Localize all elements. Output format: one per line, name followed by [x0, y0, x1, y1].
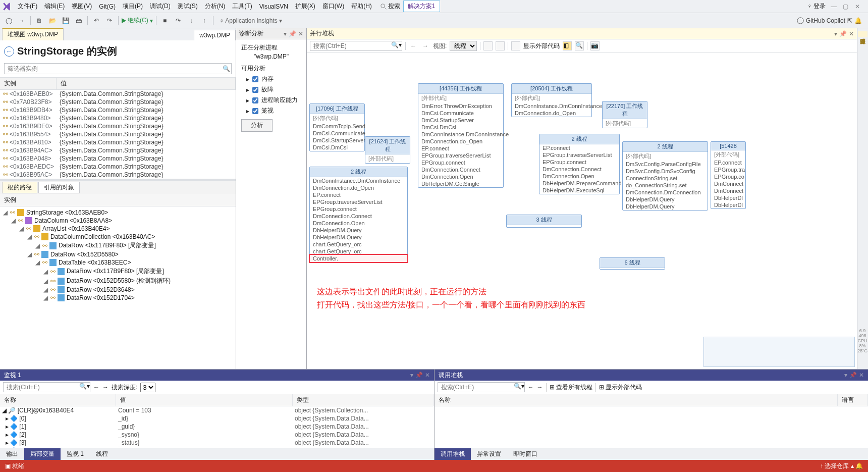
ps-minimap[interactable] — [703, 337, 855, 367]
stop-icon[interactable]: ■ — [159, 15, 171, 26]
ps-zoom-icon[interactable]: 🔍 — [575, 41, 584, 50]
watch-list[interactable]: ◢ 🔎 [CLR]@0x163B40E4Count = 103object {S… — [0, 406, 434, 448]
status-bell-icon[interactable]: 🔔 — [855, 462, 863, 469]
stack-frame[interactable]: DmSvcConfig.ParseConfigFile — [623, 161, 708, 168]
stack-frame[interactable]: DmConnection.Open — [310, 220, 407, 227]
stack-frame[interactable]: DmCsi.DmCsi — [310, 144, 364, 151]
pin-icon[interactable]: 📌 — [289, 30, 296, 37]
watch-col-type[interactable]: 类型 — [293, 394, 434, 406]
heap-tab[interactable]: 堆视图 w3wp.DMP — [2, 28, 64, 40]
ps-layout-icon[interactable] — [511, 41, 520, 50]
search-icon[interactable]: 🔍▾ — [514, 383, 524, 392]
stack-frame[interactable]: DmCsi.Communicate — [418, 110, 503, 117]
pin-icon[interactable]: 📌 — [839, 30, 847, 37]
ps-nav-back-icon[interactable]: ← — [409, 42, 418, 49]
stack-frame[interactable]: [外部代码] — [623, 152, 708, 161]
heap-back-button[interactable]: ← — [4, 46, 14, 57]
stack-frame[interactable]: DbHelperDM.ExecuteSql — [539, 187, 619, 194]
cs-ext-code-toggle[interactable]: ⊞ 显示外部代码 — [595, 383, 642, 392]
watch-nav-fwd-icon[interactable]: → — [102, 384, 108, 391]
stack-frame[interactable]: chart.GetQuery_orc — [310, 241, 407, 248]
watch-row[interactable]: ▸ 🔷 [2]_sysno}object {System.Data.Data..… — [0, 431, 434, 439]
menu-debug[interactable]: 调试(D) — [146, 1, 174, 12]
stack-box[interactable]: 2 线程[外部代码]DmSvcConfig.ParseConfigFileDmS… — [622, 141, 708, 211]
stack-frame[interactable]: DmConnect — [711, 187, 745, 194]
ps-view-select[interactable]: 线程 — [450, 41, 477, 51]
github-copilot-button[interactable]: GitHub Copilot ⇱ 🔔 — [797, 17, 865, 24]
stack-frame[interactable]: DmConnection.do_Open — [418, 138, 503, 145]
watch-col-value[interactable]: 值 — [116, 394, 293, 406]
stack-frame[interactable] — [507, 226, 581, 227]
object-tree[interactable]: ◢⚯StringStorage <0x163BAEB0>◢⚯DataColumn… — [0, 206, 236, 304]
menu-help[interactable]: 帮助(H) — [348, 1, 375, 12]
tree-row[interactable]: ◢⚯ArrayList <0x163B40E4> — [3, 225, 233, 233]
ps-toggle2-icon[interactable] — [496, 41, 505, 50]
tab-threads[interactable]: 线程 — [90, 448, 114, 460]
stack-frame[interactable]: EP.connect — [310, 191, 407, 198]
close-icon[interactable]: ✕ — [425, 372, 430, 379]
stack-frame[interactable]: DmConnInstance.DmConnInstance — [310, 177, 407, 184]
ps-highlight-icon[interactable]: ◧ — [563, 41, 572, 50]
stack-frame[interactable] — [600, 268, 665, 269]
col-instance[interactable]: 实例 — [0, 78, 57, 89]
menu-view[interactable]: 视图(V) — [68, 1, 95, 12]
maximize-icon[interactable]: ▢ — [843, 3, 850, 10]
watch-col-name[interactable]: 名称 — [0, 394, 116, 406]
stack-frame[interactable]: DbHelperDM.GetSingle — [418, 180, 503, 187]
cs-col-name[interactable]: 名称 — [435, 394, 838, 406]
stack-frame[interactable]: DmConnection.Connect — [310, 213, 407, 220]
menu-git[interactable]: Git(G) — [95, 2, 119, 11]
diag-checkbox[interactable] — [252, 97, 258, 103]
stack-frame[interactable]: DmConnection.do_Open — [310, 184, 407, 191]
stack-frame[interactable]: EP.connect — [711, 159, 745, 166]
instance-row[interactable]: ⚯<0x163BA810>{System.Data.Common.StringS… — [0, 138, 236, 146]
continue-button[interactable]: 继续(C) ▾ — [122, 16, 153, 25]
watch-row[interactable]: ◢ 🔎 [CLR]@0x163B40E4Count = 103object {S… — [0, 406, 434, 414]
stack-frame[interactable]: EPGroup.co — [711, 173, 745, 180]
instance-row[interactable]: ⚯<0x163B94AC>{System.Data.Common.StringS… — [0, 146, 236, 154]
step-over-icon[interactable]: ↷ — [173, 15, 184, 26]
stack-frame[interactable]: DbHelperDM.Query — [310, 227, 407, 234]
tab-locals[interactable]: 局部变量 — [24, 448, 61, 460]
tab-output[interactable]: 输出 — [0, 448, 24, 460]
dropdown-icon[interactable]: ▾ — [834, 30, 837, 37]
instance-row[interactable]: ⚯<0x163BAEDC>{System.Data.Common.StringS… — [0, 163, 236, 171]
cs-nav-back-icon[interactable]: ← — [528, 384, 534, 391]
tab-callstack[interactable]: 调用堆栈 — [435, 448, 471, 460]
save-all-icon[interactable]: 🗃 — [73, 15, 84, 26]
stack-frame[interactable]: DmConnection.do_Open — [512, 110, 591, 117]
stack-frame[interactable]: DmConnection.Open — [539, 173, 619, 180]
server-explorer-tab[interactable]: 服务器资源管理 — [858, 31, 867, 37]
stack-frame[interactable]: [外部代码] — [310, 114, 364, 123]
stack-frame[interactable]: do_ConnectionString.set — [623, 182, 708, 189]
share-icon[interactable]: ⇱ — [847, 17, 852, 24]
watch-search-input[interactable] — [4, 383, 79, 392]
stack-frame[interactable]: EP.connect — [539, 144, 619, 151]
diag-checkbox[interactable] — [252, 87, 258, 93]
pin-icon[interactable]: 📌 — [849, 372, 857, 379]
stack-frame[interactable]: [外部代码] — [418, 94, 503, 102]
watch-row[interactable]: ▸ 🔷 [3]_status}object {System.Data.Data.… — [0, 439, 434, 447]
stack-frame[interactable]: DmCommTcpip.Send — [310, 123, 364, 130]
stack-box[interactable]: [20504] 工作线程[外部代码]DmConnInstance.DmConnI… — [511, 83, 592, 117]
instance-row[interactable]: ⚯<0x163B9DE0>{System.Data.Common.StringS… — [0, 122, 236, 130]
search-icon[interactable]: 🔍▾ — [79, 383, 90, 392]
instance-row[interactable]: ⚯<0x163B95AC>{System.Data.Common.StringS… — [0, 171, 236, 179]
app-insights-dropdown[interactable]: ♀ Application Insights ▾ — [216, 17, 285, 24]
cs-col-lang[interactable]: 语言 — [838, 394, 868, 406]
heap-filter[interactable]: 🔍 — [4, 63, 232, 74]
stack-frame[interactable]: DmCsi.StartupServer — [310, 137, 364, 144]
tree-row[interactable]: ◢⚯DataRow <0x152D5580> — [3, 250, 233, 258]
stack-frame[interactable]: DmConnection.DmConnection — [623, 189, 708, 196]
open-icon[interactable]: 📂 — [47, 15, 58, 26]
instance-list[interactable]: ⚯<0x163BAEB0>{System.Data.Common.StringS… — [0, 90, 236, 179]
menu-window[interactable]: 窗口(W) — [319, 1, 348, 12]
analyze-button[interactable]: 分析 — [241, 119, 273, 132]
solution-selector[interactable]: 解决方案1 — [403, 1, 440, 12]
watch-nav-back-icon[interactable]: ← — [93, 384, 99, 391]
stack-frame[interactable]: EPGroup.connect — [310, 205, 407, 213]
diag-checkbox[interactable] — [252, 108, 258, 114]
tree-row[interactable]: ◢⚯DataRow <0x117B9F80> [局部变量] — [3, 267, 233, 276]
stack-frame[interactable]: DbHelperDM.PrepareCommand — [539, 180, 619, 187]
tree-row[interactable]: ◢⚯DataColumn <0x163B8AA8> — [3, 217, 233, 225]
